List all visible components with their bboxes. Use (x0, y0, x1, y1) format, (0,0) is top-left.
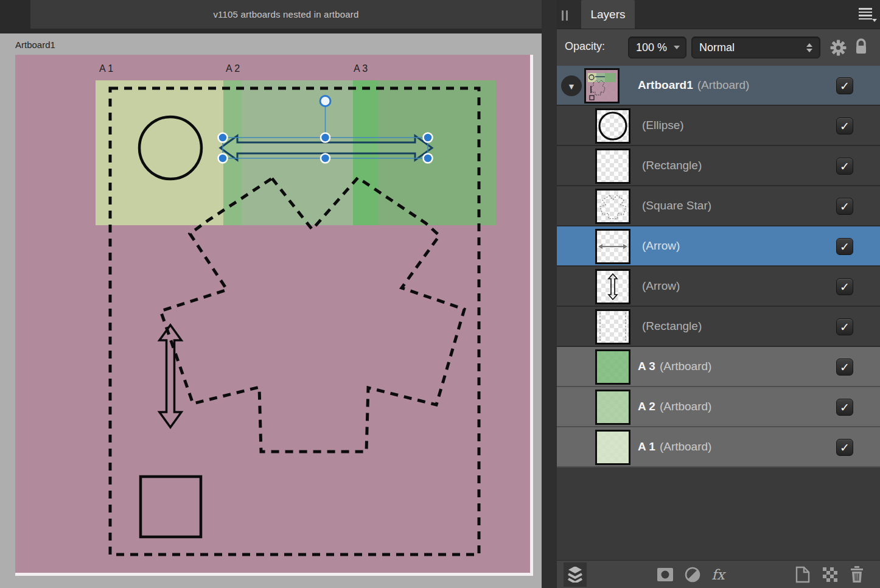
adjustment-layer-button[interactable] (681, 562, 704, 587)
opacity-value: 100 % (636, 41, 667, 54)
layer-row-artboard-a3[interactable]: A 3 (Artboard) ✓ (557, 347, 880, 387)
layer-thumbnail[interactable] (595, 108, 630, 144)
layer-type: (Rectangle) (642, 320, 702, 333)
layer-thumbnail[interactable] (595, 430, 630, 465)
layers-tab-label: Layers (590, 8, 625, 21)
layer-type: (Artboard) (697, 79, 750, 92)
panel-grip-icon[interactable] (562, 10, 568, 21)
panel-menu-icon[interactable] (859, 8, 875, 20)
lock-icon[interactable] (854, 38, 868, 58)
gear-icon[interactable] (830, 40, 847, 58)
layer-thumbnail[interactable] (595, 309, 630, 345)
selection-handle-bottom-left[interactable] (218, 154, 228, 163)
layer-thumbnail[interactable] (595, 229, 630, 264)
check-icon: ✓ (840, 201, 850, 212)
artboard-a1-label: A 1 (99, 63, 113, 74)
checkerboard-icon (823, 567, 837, 582)
layer-row-arrow[interactable]: (Arrow) ✓ (557, 267, 880, 307)
blend-mode-dropdown[interactable]: Normal (691, 37, 820, 58)
opacity-dropdown[interactable]: 100 % (628, 37, 686, 58)
visibility-checkbox[interactable]: ✓ (836, 117, 853, 135)
visibility-checkbox[interactable]: ✓ (836, 278, 853, 295)
layer-row-artboard-a2[interactable]: A 2 (Artboard) ✓ (557, 387, 880, 427)
trash-icon (850, 566, 864, 583)
mask-icon (657, 568, 673, 581)
layer-thumbnail[interactable] (595, 349, 630, 385)
add-layer-button[interactable] (791, 562, 814, 587)
stepper-icon (806, 43, 812, 52)
artboard-a1-surface[interactable] (96, 80, 223, 225)
layer-row-artboard-a1[interactable]: A 1 (Artboard) ✓ (557, 427, 880, 467)
new-page-icon (795, 566, 810, 583)
layer-type: (Square Star) (642, 199, 711, 212)
add-pixel-layer-button[interactable] (819, 562, 842, 587)
opacity-label: Opacity: (565, 40, 605, 53)
selection-handle-top-left[interactable] (218, 133, 228, 142)
check-icon: ✓ (840, 121, 850, 132)
document-tab[interactable]: v1105 artboards nested in artboard (30, 0, 542, 29)
selection-handle-bottom-right[interactable] (424, 154, 433, 163)
layer-thumbnail[interactable] (595, 189, 630, 224)
artboard-a3-label: A 3 (354, 63, 368, 74)
check-icon: ✓ (840, 80, 850, 92)
layer-type: (Arrow) (642, 279, 680, 293)
layer-effects-button[interactable]: fx (707, 562, 730, 587)
visibility-checkbox[interactable]: ✓ (836, 198, 853, 215)
fx-icon: fx (711, 567, 724, 583)
artboard1-label: Artboard1 (15, 40, 55, 50)
check-icon: ✓ (840, 321, 850, 333)
application-window: Artboard1 A 1 A 2 A 3 (0, 0, 880, 588)
disclosure-button[interactable]: ▼ (561, 75, 582, 96)
visibility-checkbox[interactable]: ✓ (836, 77, 853, 94)
selection-handle-top-right[interactable] (424, 133, 433, 142)
layer-thumbnail[interactable] (595, 269, 630, 304)
panel-divider[interactable] (542, 0, 557, 588)
rotation-handle[interactable] (320, 96, 330, 107)
check-icon: ✓ (840, 161, 850, 172)
canvas-area[interactable]: Artboard1 A 1 A 2 A 3 (0, 0, 542, 588)
layer-type: (Arrow) (642, 239, 680, 253)
visibility-checkbox[interactable]: ✓ (836, 399, 853, 416)
layer-thumbnail[interactable] (595, 390, 630, 425)
layer-name: A 3 (638, 360, 655, 373)
caret-down-icon (674, 46, 680, 49)
document-title: v1105 artboards nested in artboard (213, 9, 358, 19)
canvas-drawing: Artboard1 A 1 A 2 A 3 (0, 0, 542, 588)
chevron-down-icon: ▼ (567, 82, 576, 91)
delete-layer-button[interactable] (845, 562, 868, 587)
layer-row-rectangle[interactable]: (Rectangle) ✓ (557, 146, 880, 186)
check-icon: ✓ (840, 241, 850, 253)
document-titlebar: v1105 artboards nested in artboard (0, 0, 542, 33)
layer-row-square-star[interactable]: (Square Star) ✓ (557, 186, 880, 226)
check-icon: ✓ (840, 362, 850, 373)
layer-thumbnail[interactable] (584, 68, 620, 103)
layer-type: (Artboard) (660, 360, 712, 373)
visibility-checkbox[interactable]: ✓ (836, 238, 853, 255)
layers-panel: Layers Opacity: 100 % Normal (557, 0, 880, 588)
layer-row-rectangle[interactable]: (Rectangle) ✓ (557, 307, 880, 347)
visibility-checkbox[interactable]: ✓ (836, 318, 853, 335)
layer-name: Artboard1 (638, 79, 693, 92)
visibility-checkbox[interactable]: ✓ (836, 158, 853, 175)
layer-row-ellipse[interactable]: (Ellipse) ✓ (557, 106, 880, 146)
panel-header: Layers (557, 0, 880, 29)
visibility-checkbox[interactable]: ✓ (836, 359, 853, 376)
selection-handle-bottom-center[interactable] (321, 154, 330, 163)
mask-layer-button[interactable] (654, 562, 677, 587)
layer-name: A 1 (638, 440, 655, 453)
panel-toolbar: fx (557, 560, 880, 588)
stack-layers-button[interactable] (564, 562, 587, 587)
layer-type: (Artboard) (660, 440, 712, 453)
check-icon: ✓ (840, 402, 850, 413)
selection-handle-top-center[interactable] (321, 133, 330, 142)
layers-list-empty-area[interactable] (557, 467, 880, 560)
artboard-a2-label: A 2 (226, 63, 240, 74)
layer-thumbnail[interactable] (595, 149, 630, 184)
adjustment-icon (685, 567, 700, 583)
layer-type: (Ellipse) (642, 119, 684, 132)
visibility-checkbox[interactable]: ✓ (836, 439, 853, 456)
layer-row-arrow-selected[interactable]: (Arrow) ✓ (557, 226, 880, 267)
tab-layers[interactable]: Layers (581, 0, 635, 29)
layer-row-artboard1[interactable]: ▼ Artboard1 (557, 66, 880, 106)
layers-list: ▼ Artboard1 (557, 66, 880, 467)
